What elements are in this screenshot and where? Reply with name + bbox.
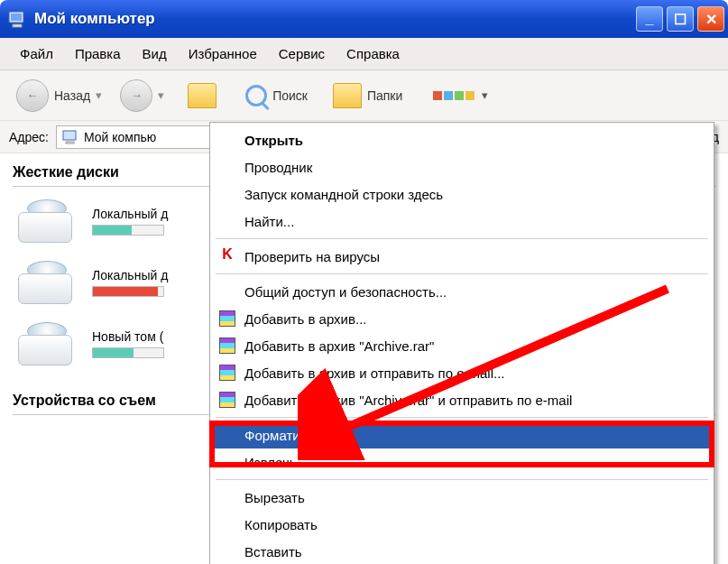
kaspersky-icon: K <box>219 248 235 264</box>
ctx-cut[interactable]: Вырезать <box>212 484 712 511</box>
menu-file[interactable]: Файл <box>9 41 64 67</box>
forward-arrow-icon: → <box>120 79 152 112</box>
back-label: Назад <box>54 88 90 103</box>
back-arrow-icon: ← <box>16 79 49 112</box>
up-button[interactable] <box>180 79 224 112</box>
window-title: Мой компьютер <box>34 10 632 28</box>
ctx-open[interactable]: Открыть <box>212 126 712 153</box>
maximize-button[interactable]: ☐ <box>667 6 694 32</box>
my-computer-icon <box>7 9 27 29</box>
ctx-paste[interactable]: Вставить <box>212 538 712 564</box>
drive-label: Локальный д <box>92 268 168 282</box>
hard-drive-icon <box>18 199 76 243</box>
svg-rect-1 <box>11 14 22 21</box>
menu-view[interactable]: Вид <box>132 41 178 67</box>
folders-label: Папки <box>367 88 402 103</box>
ctx-rar-add-named[interactable]: Добавить в архив "Archive.rar" <box>212 332 712 359</box>
winrar-icon <box>219 337 235 354</box>
ctx-cmd-here[interactable]: Запуск командной строки здесь <box>212 180 712 208</box>
toolbar: ← Назад ▾ → ▾ Поиск Папки ▾ <box>0 70 728 121</box>
address-label: Адрес: <box>9 130 49 144</box>
ctx-find[interactable]: Найти... <box>212 208 712 235</box>
views-button[interactable]: ▾ <box>426 85 495 106</box>
titlebar: Мой компьютер _ ☐ ✕ <box>0 0 728 38</box>
ctx-sharing[interactable]: Общий доступ и безопасность... <box>212 278 712 305</box>
ctx-rar-named-email[interactable]: Добавить в архив "Archive.rar" и отправи… <box>212 386 712 413</box>
folder-up-icon <box>188 83 217 108</box>
menu-tools[interactable]: Сервис <box>268 41 336 67</box>
context-menu: Открыть Проводник Запуск командной строк… <box>209 122 714 564</box>
usage-bar <box>92 225 164 236</box>
chevron-down-icon: ▾ <box>482 88 488 102</box>
minimize-button[interactable]: _ <box>636 6 663 32</box>
drive-label: Локальный д <box>92 207 168 221</box>
ctx-eject[interactable]: Извлечь <box>212 448 712 476</box>
svg-rect-3 <box>63 131 76 140</box>
winrar-icon <box>219 392 235 408</box>
ctx-format[interactable]: Форматировать... <box>212 421 712 448</box>
views-icon <box>433 91 475 100</box>
search-button[interactable]: Поиск <box>238 81 315 110</box>
usage-bar <box>92 347 164 358</box>
ctx-antivirus[interactable]: KПроверить на вирусы <box>212 243 712 270</box>
back-button[interactable]: ← Назад ▾ <box>9 76 109 116</box>
chevron-down-icon: ▾ <box>158 88 164 102</box>
search-icon <box>245 85 267 106</box>
ctx-explorer[interactable]: Проводник <box>212 153 712 180</box>
folders-icon <box>333 83 362 108</box>
ctx-rar-add[interactable]: Добавить в архив... <box>212 305 712 332</box>
hard-drive-icon <box>18 261 76 304</box>
usage-bar <box>92 286 164 297</box>
hard-drive-icon <box>18 322 76 365</box>
separator <box>216 417 708 418</box>
svg-rect-2 <box>13 24 22 27</box>
my-computer-icon <box>62 130 78 144</box>
winrar-icon <box>219 365 235 381</box>
svg-rect-4 <box>66 142 74 143</box>
search-label: Поиск <box>272 88 308 103</box>
menu-edit[interactable]: Правка <box>64 41 132 67</box>
close-button[interactable]: ✕ <box>697 6 724 32</box>
separator <box>216 479 708 480</box>
address-value: Мой компью <box>84 130 156 144</box>
ctx-rar-email[interactable]: Добавить в архив и отправить по e-mail..… <box>212 359 712 386</box>
forward-button[interactable]: → ▾ <box>113 76 171 116</box>
chevron-down-icon: ▾ <box>96 88 102 102</box>
drive-label: Новый том ( <box>92 329 164 344</box>
winrar-icon <box>219 310 235 327</box>
ctx-copy[interactable]: Копировать <box>212 511 712 538</box>
folders-button[interactable]: Папки <box>326 79 410 112</box>
menubar: Файл Правка Вид Избранное Сервис Справка <box>0 38 728 70</box>
separator <box>216 273 708 274</box>
menu-help[interactable]: Справка <box>336 41 410 67</box>
menu-favorites[interactable]: Избранное <box>178 41 268 67</box>
separator <box>216 238 708 239</box>
